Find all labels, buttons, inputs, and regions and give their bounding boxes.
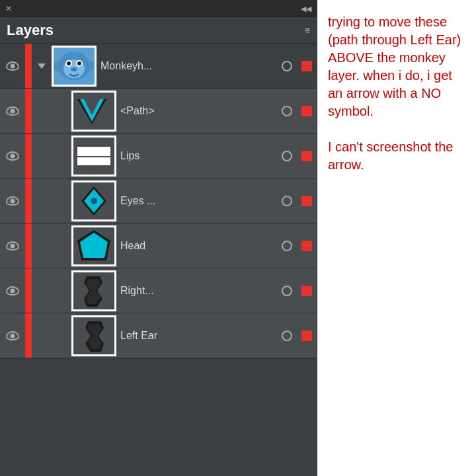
target-circle[interactable] — [277, 331, 297, 341]
layer-thumbnail — [71, 136, 116, 177]
color-swatch[interactable] — [297, 61, 317, 71]
layers-title: Layers — [7, 22, 54, 39]
layers-list: Monkeyh... <Path> — [0, 44, 317, 476]
layer-name: Monkeyh... — [100, 60, 277, 72]
visibility-toggle[interactable] — [0, 241, 25, 251]
visibility-toggle[interactable] — [0, 61, 25, 71]
layer-thumbnail — [52, 46, 97, 87]
color-swatch[interactable] — [297, 106, 317, 116]
color-swatch[interactable] — [297, 196, 317, 206]
layer-thumbnail — [71, 91, 116, 132]
target-circle[interactable] — [277, 151, 297, 161]
circle-icon — [282, 61, 292, 71]
color-swatch[interactable] — [297, 151, 317, 161]
color-stripe — [25, 223, 32, 268]
eye-icon — [6, 241, 19, 251]
color-swatch[interactable] — [297, 331, 317, 341]
visibility-toggle[interactable] — [0, 331, 25, 340]
svg-point-9 — [71, 67, 77, 71]
layer-row[interactable]: Lips — [0, 134, 317, 178]
red-square-icon — [301, 241, 312, 251]
layer-name: Head — [120, 240, 277, 252]
target-circle[interactable] — [277, 106, 297, 116]
circle-icon — [282, 286, 292, 296]
close-icon[interactable]: ✕ — [5, 4, 12, 13]
layer-name: Eyes ... — [120, 195, 277, 207]
layer-row[interactable]: Right... — [0, 268, 317, 313]
red-square-icon — [301, 106, 312, 116]
panel-menu-icon[interactable]: ≡ — [305, 25, 310, 36]
layers-header: Layers ≡ — [0, 17, 317, 44]
eye-icon — [6, 196, 19, 206]
color-swatch[interactable] — [297, 286, 317, 296]
layer-thumbnail — [71, 225, 116, 266]
layer-row[interactable]: <Path> — [0, 89, 317, 134]
annotation-text: trying to move these (path through Left … — [328, 13, 465, 174]
svg-rect-15 — [77, 156, 110, 157]
red-square-icon — [301, 196, 312, 206]
target-circle[interactable] — [277, 286, 297, 296]
layer-row[interactable]: Monkeyh... — [0, 44, 317, 89]
circle-icon — [282, 241, 292, 251]
color-stripe — [25, 178, 32, 223]
eye-icon — [6, 286, 19, 296]
layer-name: Left Ear — [120, 330, 277, 342]
eye-icon — [6, 106, 19, 116]
svg-point-7 — [67, 61, 71, 65]
svg-point-2 — [54, 61, 63, 71]
eye-icon — [6, 151, 19, 161]
layer-row[interactable]: Eyes ... — [0, 178, 317, 223]
layer-row[interactable]: Head — [0, 223, 317, 268]
color-stripe — [25, 313, 32, 358]
color-stripe — [25, 89, 32, 133]
layer-name: Lips — [120, 150, 277, 162]
color-stripe — [25, 268, 32, 313]
circle-icon — [282, 196, 292, 206]
layer-row[interactable]: Left Ear — [0, 313, 317, 358]
layers-panel: ✕ ◀◀ Layers ≡ — [0, 0, 317, 476]
circle-icon — [282, 151, 292, 161]
layer-thumbnail — [71, 180, 116, 221]
double-arrow-icon[interactable]: ◀◀ — [301, 5, 311, 13]
expand-toggle[interactable] — [32, 63, 52, 69]
svg-point-3 — [85, 61, 95, 71]
color-swatch[interactable] — [297, 241, 317, 251]
target-circle[interactable] — [277, 196, 297, 206]
annotation-panel: trying to move these (path through Left … — [317, 0, 476, 476]
svg-point-8 — [77, 61, 81, 65]
circle-icon — [282, 106, 292, 116]
red-square-icon — [301, 151, 312, 161]
visibility-toggle[interactable] — [0, 151, 25, 161]
color-stripe — [25, 134, 32, 178]
layer-thumbnail — [71, 270, 116, 311]
red-square-icon — [301, 286, 312, 296]
visibility-toggle[interactable] — [0, 106, 25, 116]
svg-point-19 — [91, 198, 97, 204]
red-square-icon — [301, 331, 312, 341]
visibility-toggle[interactable] — [0, 196, 25, 206]
red-square-icon — [301, 61, 312, 71]
eye-icon — [6, 331, 19, 340]
top-bar: ✕ ◀◀ — [0, 0, 317, 17]
eye-icon — [6, 61, 19, 71]
circle-icon — [282, 331, 292, 341]
target-circle[interactable] — [277, 61, 297, 71]
layer-name: <Path> — [120, 105, 277, 117]
target-circle[interactable] — [277, 241, 297, 251]
visibility-toggle[interactable] — [0, 286, 25, 296]
layer-thumbnail — [71, 315, 116, 356]
expand-arrow-icon — [38, 63, 46, 69]
layer-name: Right... — [120, 285, 277, 297]
color-stripe — [25, 44, 32, 88]
